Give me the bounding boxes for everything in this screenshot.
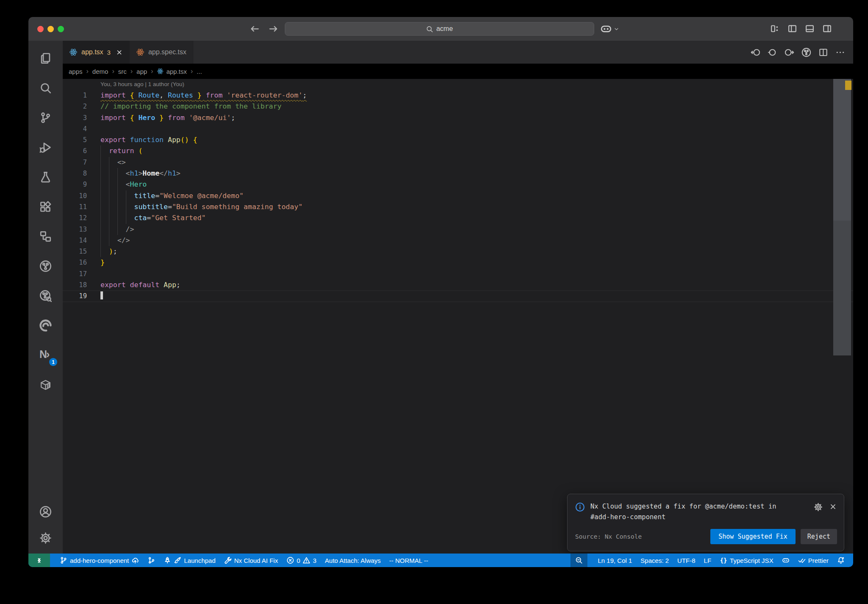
copilot-menu[interactable]	[600, 23, 620, 35]
sidebar-item-nx-graph-search[interactable]	[28, 281, 63, 310]
code-line[interactable]: 1import { Route, Routes } from 'react-ro…	[63, 90, 853, 101]
breadcrumb-separator: ›	[109, 67, 117, 75]
code-line[interactable]: 5export function App() {	[63, 134, 853, 145]
indent-guide	[100, 179, 101, 190]
code-editor[interactable]: You, 3 hours ago | 1 author (You) 1impor…	[63, 79, 853, 554]
code-line[interactable]: 19	[63, 291, 853, 302]
zoom-button[interactable]	[58, 26, 64, 32]
sidebar-item-manage-settings[interactable]	[28, 525, 63, 551]
code-line[interactable]: 13 />	[63, 224, 853, 235]
breadcrumb-item-app.tsx[interactable]: app.tsx	[156, 68, 187, 75]
scrollbar-thumb-lower[interactable]	[833, 221, 851, 355]
statusbar-language-mode[interactable]: {}TypeScript JSX	[715, 554, 778, 567]
sidebar-item-accounts[interactable]	[28, 498, 63, 525]
statusbar-source-control-graph[interactable]	[143, 554, 159, 567]
code-token: export	[100, 281, 126, 289]
statusbar-formatter-prettier[interactable]: Prettier	[794, 554, 833, 567]
sidebar-item-testing[interactable]	[28, 162, 63, 192]
code-line[interactable]: 14 </>	[63, 235, 853, 246]
code-line[interactable]: 12 cta="Get Started"	[63, 213, 853, 224]
show-suggested-fix-button[interactable]: Show Suggested Fix	[710, 529, 796, 544]
window-controls[interactable]	[37, 26, 64, 32]
breadcrumb-item-...[interactable]: ...	[196, 68, 203, 75]
sidebar-item-edge-devtools[interactable]	[28, 310, 63, 340]
code-line[interactable]: 10 title="Welcmoe @acme/demo"	[63, 190, 853, 201]
code-line[interactable]: 2// importing the component from the lib…	[63, 101, 853, 112]
breadcrumb-item-apps[interactable]: apps	[68, 68, 83, 75]
activity-bar: N›1	[28, 41, 63, 554]
panel-right-icon[interactable]	[822, 24, 832, 34]
remote-indicator[interactable]	[28, 554, 50, 567]
notification-gear-icon[interactable]	[814, 503, 823, 512]
nav-dot-icon[interactable]	[768, 48, 777, 57]
breadcrumb-item-app[interactable]: app	[136, 68, 148, 75]
sidebar-item-run-and-debug[interactable]	[28, 132, 63, 162]
statusbar-problems[interactable]: 03	[282, 554, 321, 567]
sidebar-item-containers[interactable]	[28, 370, 63, 400]
sidebar-item-search[interactable]	[28, 73, 63, 103]
code-token: </	[159, 169, 168, 177]
command-center-search[interactable]: acme	[285, 22, 594, 36]
nav-back-icon[interactable]	[751, 48, 760, 57]
sidebar-item-nx-project-graph[interactable]	[28, 251, 63, 281]
tab-app.tsx[interactable]: app.tsx3	[63, 41, 130, 64]
reject-button[interactable]: Reject	[801, 529, 837, 544]
code-token: h1	[168, 169, 176, 177]
nav-forward-icon[interactable]	[785, 48, 794, 57]
layout-customize-icon[interactable]	[770, 24, 780, 34]
statusbar-launchpad[interactable]: Launchpad	[159, 554, 220, 567]
search-icon	[39, 82, 52, 94]
run-fork-icon[interactable]	[801, 48, 811, 57]
statusbar-copilot[interactable]	[778, 554, 794, 567]
code-token: =	[147, 214, 151, 222]
code-token	[100, 225, 126, 233]
code-line[interactable]: 9 <Hero	[63, 179, 853, 190]
minimize-button[interactable]	[47, 26, 54, 32]
statusbar-vim-mode[interactable]: -- NORMAL --	[385, 554, 432, 567]
code-line[interactable]: 15 );	[63, 246, 853, 257]
tab-app.spec.tsx[interactable]: app.spec.tsx	[130, 41, 193, 64]
sidebar-item-source-control[interactable]	[28, 103, 63, 132]
notification-close-icon[interactable]	[829, 503, 837, 511]
code-token: (	[138, 147, 142, 155]
panel-bottom-icon[interactable]	[805, 24, 815, 34]
statusbar-indentation[interactable]: Spaces: 2	[636, 554, 673, 567]
code-line[interactable]: 4	[63, 123, 853, 134]
sidebar-item-project-structure[interactable]	[28, 221, 63, 251]
statusbar-cursor-position[interactable]: Ln 19, Col 1	[593, 554, 636, 567]
close-icon[interactable]	[116, 49, 123, 56]
breadcrumb-item-demo[interactable]: demo	[92, 68, 109, 75]
close-button[interactable]	[37, 26, 44, 32]
git-graph-icon	[147, 556, 155, 564]
code-line[interactable]: 11 subtitle="Build something amazing tod…	[63, 201, 853, 213]
statusbar-nx-cloud-ai-fix[interactable]: Nx Cloud AI Fix	[220, 554, 282, 567]
scrollbar-thumb[interactable]	[833, 79, 851, 221]
split-editor-icon[interactable]	[818, 48, 828, 57]
code-line[interactable]: 18export default App;	[63, 280, 853, 291]
statusbar-git-branch[interactable]: add-hero-component	[56, 554, 143, 567]
panel-left-icon[interactable]	[787, 24, 797, 34]
arrow-right-icon[interactable]	[268, 24, 278, 34]
statusbar-eol[interactable]: LF	[700, 554, 716, 567]
code-line[interactable]: 16}	[63, 257, 853, 268]
sidebar-item-explorer[interactable]	[28, 43, 63, 73]
statusbar-zoom-indicator[interactable]	[570, 554, 587, 567]
breadcrumb-item-src[interactable]: src	[117, 68, 128, 75]
more-icon[interactable]	[835, 48, 845, 57]
code-line[interactable]: 3import { Hero } from '@acme/ui';	[63, 112, 853, 123]
code-line[interactable]: 17	[63, 268, 853, 280]
statusbar-encoding[interactable]: UTF-8	[673, 554, 700, 567]
statusbar-notifications-bell[interactable]	[833, 554, 849, 567]
code-line[interactable]: 7 <>	[63, 157, 853, 168]
code-token: return	[109, 147, 134, 155]
sidebar-item-extensions[interactable]	[28, 192, 63, 221]
code-line[interactable]: 6 return (	[63, 145, 853, 157]
code-line-text: }	[100, 257, 105, 268]
sidebar-item-nx-console[interactable]: N›1	[28, 340, 63, 370]
breadcrumb-label: apps	[69, 68, 83, 75]
code-line[interactable]: 8 <h1>Home</h1>	[63, 168, 853, 179]
arrow-left-icon[interactable]	[250, 24, 260, 34]
code-token: >	[138, 169, 142, 177]
indent-guide	[100, 213, 101, 224]
statusbar-auto-attach[interactable]: Auto Attach: Always	[321, 554, 385, 567]
